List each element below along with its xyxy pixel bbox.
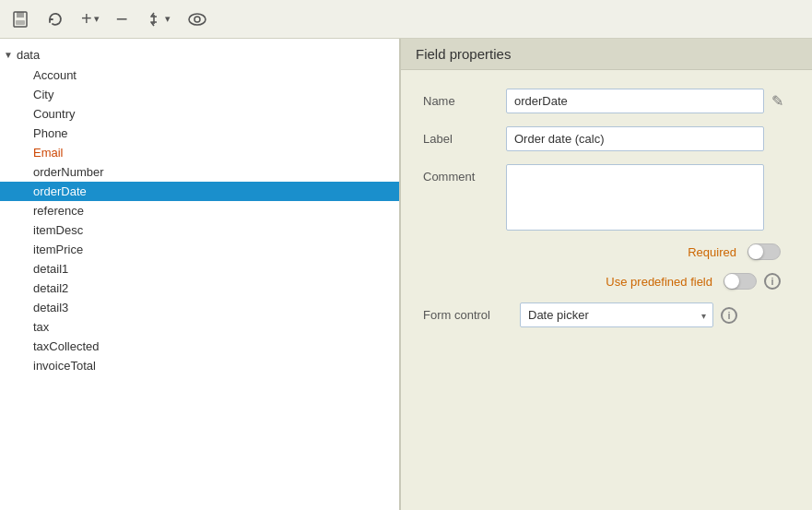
field-name-label: taxCollected (11, 339, 100, 353)
field-name-label: itemDesc (11, 223, 83, 237)
field-name-label: detail3 (11, 301, 68, 314)
tree-item[interactable]: taxCollected (0, 337, 399, 356)
field-name-label: Phone (11, 126, 68, 140)
form-control-select-wrapper: Date pickerText inputNumber inputCheckbo… (520, 302, 713, 327)
required-toggle[interactable] (747, 243, 781, 260)
properties-panel: Field properties Name ✎ Label Comment Re… (401, 39, 812, 510)
edit-icon[interactable]: ✎ (771, 89, 783, 110)
expand-arrow: ▼ (4, 50, 13, 60)
tree-item[interactable]: Phone (0, 124, 399, 143)
field-name-label: detail1 (11, 262, 68, 276)
remove-icon[interactable]: − (116, 9, 128, 30)
refresh-icon[interactable] (46, 10, 65, 29)
predefined-toggle[interactable] (724, 273, 757, 290)
tree-item[interactable]: detail3 (0, 298, 399, 317)
field-name-label: Country (11, 107, 76, 121)
add-button-group[interactable]: + ▾ (81, 8, 100, 30)
field-name-label: Account (11, 68, 76, 82)
field-name-label: invoiceTotal (11, 359, 96, 373)
comment-row: Comment (423, 164, 790, 231)
view-icon[interactable] (187, 10, 207, 29)
tree-item[interactable]: Account (0, 65, 399, 85)
tree-item[interactable]: Country (0, 104, 399, 124)
properties-header: Field properties (401, 39, 812, 70)
form-control-select[interactable]: Date pickerText inputNumber inputCheckbo… (520, 302, 713, 327)
field-list-panel: ▼ data AccountCityCountryPhoneEmailorder… (0, 39, 401, 510)
predefined-toggle-knob (724, 274, 739, 289)
svg-point-4 (189, 14, 206, 25)
properties-title: Field properties (416, 46, 511, 62)
tree-item[interactable]: tax (0, 317, 399, 337)
comment-label: Comment (423, 164, 506, 184)
svg-rect-2 (16, 20, 25, 25)
tree-item[interactable]: orderDate (0, 182, 399, 201)
add-icon[interactable]: + (81, 8, 92, 30)
svg-rect-1 (17, 12, 24, 18)
required-row: Required (423, 243, 790, 260)
predefined-row: Use predefined field i (423, 273, 790, 290)
label-input[interactable] (506, 126, 764, 151)
tree-item[interactable]: invoiceTotal (0, 356, 399, 375)
field-name-label: orderDate (11, 184, 87, 198)
tree-root: ▼ data AccountCityCountryPhoneEmailorder… (0, 39, 399, 381)
label-row: Label (423, 126, 790, 151)
move-button-group[interactable]: ▾ (145, 10, 171, 29)
add-dropdown-arrow[interactable]: ▾ (94, 13, 100, 25)
toolbar: + ▾ − ▾ (0, 0, 812, 39)
tree-item[interactable]: itemPrice (0, 240, 399, 259)
tree-item[interactable]: orderNumber (0, 162, 399, 182)
field-name-label: detail2 (11, 281, 68, 295)
tree-item[interactable]: reference (0, 201, 399, 220)
svg-point-5 (194, 17, 200, 22)
tree-item[interactable]: City (0, 85, 399, 104)
tree-item[interactable]: Email (0, 143, 399, 162)
main-layout: ▼ data AccountCityCountryPhoneEmailorder… (0, 39, 812, 510)
label-label: Label (423, 126, 506, 146)
tree-root-label: data (17, 48, 40, 62)
required-label: Required (688, 245, 736, 259)
properties-body: Name ✎ Label Comment Required (401, 70, 812, 359)
predefined-info-icon[interactable]: i (764, 273, 781, 290)
field-name-label: Email (11, 146, 64, 160)
field-name-label: tax (11, 320, 49, 334)
form-control-info-icon[interactable]: i (721, 307, 737, 324)
form-control-label: Form control (423, 308, 520, 322)
name-input[interactable] (506, 89, 764, 113)
name-label: Name (423, 89, 506, 108)
tree-items-container: AccountCityCountryPhoneEmailorderNumbero… (0, 65, 399, 375)
required-toggle-knob (748, 244, 763, 259)
tree-root-item[interactable]: ▼ data (0, 44, 399, 65)
field-name-label: orderNumber (11, 165, 104, 179)
move-icon[interactable] (145, 10, 163, 29)
predefined-label: Use predefined field (606, 275, 712, 289)
tree-item[interactable]: itemDesc (0, 220, 399, 240)
field-name-label: reference (11, 204, 84, 218)
tree-item[interactable]: detail1 (0, 259, 399, 279)
move-dropdown-arrow[interactable]: ▾ (165, 13, 171, 25)
form-control-row: Form control Date pickerText inputNumber… (423, 302, 790, 327)
field-name-label: City (11, 88, 53, 101)
field-name-label: itemPrice (11, 243, 83, 256)
save-icon[interactable] (11, 10, 29, 29)
comment-textarea[interactable] (506, 164, 764, 231)
tree-item[interactable]: detail2 (0, 279, 399, 298)
name-row: Name ✎ (423, 89, 790, 113)
